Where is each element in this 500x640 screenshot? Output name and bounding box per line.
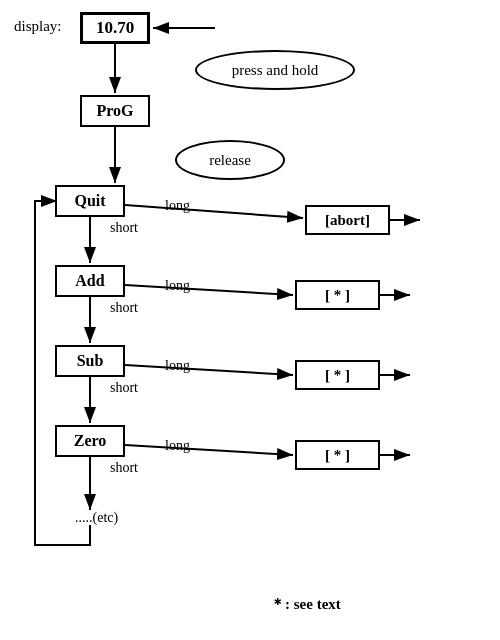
press-hold-oval: press and hold [195,50,355,90]
star-box-3: [ * ] [295,440,380,470]
long-label-quit: long [165,198,190,214]
star-box-1: [ * ] [295,280,380,310]
short-label-sub: short [110,380,138,396]
abort-box: [abort] [305,205,390,235]
long-label-zero: long [165,438,190,454]
short-label-quit: short [110,220,138,236]
etc-label: .....(etc) [75,510,118,526]
svg-line-11 [125,285,293,295]
svg-line-9 [125,205,303,218]
svg-line-13 [125,365,293,375]
quit-box: Quit [55,185,125,217]
long-label-add: long [165,278,190,294]
diagram: display: 10.70 press and hold ProG relea… [0,0,500,640]
display-box: 10.70 [80,12,150,44]
prog-box: ProG [80,95,150,127]
release-oval: release [175,140,285,180]
short-label-zero: short [110,460,138,476]
footnote-label: ＊: see text [270,595,341,614]
add-box: Add [55,265,125,297]
long-label-sub: long [165,358,190,374]
zero-box: Zero [55,425,125,457]
svg-line-15 [125,445,293,455]
lines-layer [0,0,500,640]
sub-box: Sub [55,345,125,377]
display-label: display: [14,18,62,35]
short-label-add: short [110,300,138,316]
star-box-2: [ * ] [295,360,380,390]
